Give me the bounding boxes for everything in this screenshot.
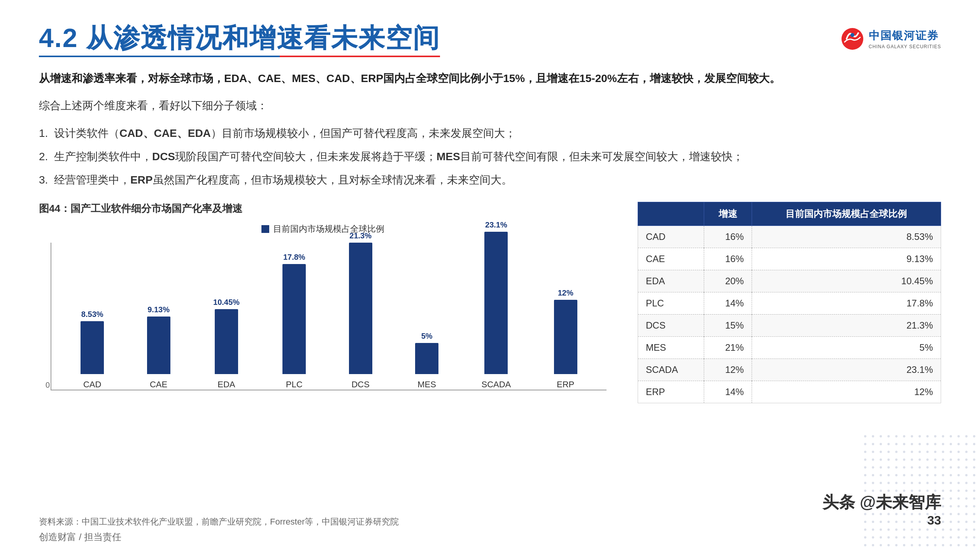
bar-xlabel-eda: EDA xyxy=(217,380,235,390)
bar-xlabel-mes: MES xyxy=(417,380,436,390)
bar-value-dcs: 21.3% xyxy=(349,231,372,240)
main-title: 4.2 从渗透情况和增速看未来空间 xyxy=(39,23,440,52)
table-cell-name: DCS xyxy=(638,314,704,336)
bar-erp xyxy=(554,300,577,374)
bar-group-cad: 8.53% CAD xyxy=(81,310,104,390)
bar-xlabel-erp: ERP xyxy=(557,380,574,390)
table-cell-share: 9.13% xyxy=(752,248,941,270)
table-cell-growth: 16% xyxy=(704,226,752,248)
list-item-1: 1. 设计类软件（CAD、CAE、EDA）目前市场规模较小，但国产可替代程度高，… xyxy=(39,124,941,143)
table-cell-share: 8.53% xyxy=(752,226,941,248)
bar-plc xyxy=(282,264,306,374)
content-area: 图44：国产工业软件细分市场国产化率及增速 目前国内市场规模占全球比例 0 8.… xyxy=(39,202,941,403)
bar-group-plc: 17.8% PLC xyxy=(282,253,306,390)
table-row: MES 21% 5% xyxy=(638,336,941,359)
table-row: CAD 16% 8.53% xyxy=(638,226,941,248)
bar-value-mes: 5% xyxy=(421,332,433,341)
bar-group-eda: 10.45% EDA xyxy=(213,298,240,390)
svg-point-0 xyxy=(842,28,863,50)
bar-value-eda: 10.45% xyxy=(213,298,240,307)
bar-group-scada: 23.1% SCADA xyxy=(481,220,511,390)
list-item-3: 3. 经营管理类中，ERP虽然国产化程度高，但市场规模较大，且对标全球情况来看，… xyxy=(39,170,941,190)
bar-xlabel-dcs: DCS xyxy=(351,380,369,390)
table-cell-name: EDA xyxy=(638,270,704,292)
bar-dcs xyxy=(349,243,372,374)
chart-container: 0 8.53% CAD 9.13% CAE 1 xyxy=(39,243,607,390)
bar-value-scada: 23.1% xyxy=(485,220,507,229)
bar-value-plc: 17.8% xyxy=(283,253,305,262)
legend-box xyxy=(261,225,269,233)
bar-value-cae: 9.13% xyxy=(147,305,170,314)
table-cell-share: 12% xyxy=(752,381,941,403)
title-underline xyxy=(39,56,440,57)
table-header-row: 增速 目前国内市场规模占全球比例 xyxy=(638,202,941,226)
table-cell-growth: 20% xyxy=(704,270,752,292)
bar-xlabel-cad: CAD xyxy=(83,380,101,390)
svg-point-1 xyxy=(850,33,854,37)
table-cell-growth: 16% xyxy=(704,248,752,270)
bar-xlabel-plc: PLC xyxy=(286,380,303,390)
footer-tagline: 创造财富 / 担当责任 xyxy=(39,531,121,543)
bar-eda xyxy=(215,309,238,374)
title-block: 4.2 从渗透情况和增速看未来空间 xyxy=(39,23,440,57)
table-cell-name: CAD xyxy=(638,226,704,248)
table-cell-name: ERP xyxy=(638,381,704,403)
bar-cad xyxy=(81,321,104,374)
table-row: SCADA 12% 23.1% xyxy=(638,359,941,381)
table-row: ERP 14% 12% xyxy=(638,381,941,403)
list-item-2: 2. 生产控制类软件中，DCS现阶段国产可替代空间较大，但未来发展将趋于平缓；M… xyxy=(39,147,941,166)
bar-value-cad: 8.53% xyxy=(81,310,103,319)
logo-en-text: CHINA GALAXY SECURITIES xyxy=(869,44,941,49)
table-header-col1 xyxy=(638,202,704,226)
table-cell-share: 21.3% xyxy=(752,314,941,336)
bar-cae xyxy=(147,317,170,374)
company-logo-icon xyxy=(841,27,864,51)
table-cell-growth: 14% xyxy=(704,381,752,403)
bar-group-erp: 12% ERP xyxy=(554,289,577,390)
bar-mes xyxy=(415,343,438,374)
header-section: 4.2 从渗透情况和增速看未来空间 中国银河证券 CHINA GALAXY SE… xyxy=(39,23,941,57)
table-cell-name: PLC xyxy=(638,292,704,314)
table-cell-share: 5% xyxy=(752,336,941,359)
section-intro: 综合上述两个维度来看，看好以下细分子领域： xyxy=(39,96,941,115)
svg-rect-3 xyxy=(863,434,980,551)
table-body: CAD 16% 8.53% CAE 16% 9.13% EDA 20% 10.4… xyxy=(638,226,941,403)
table-cell-share: 17.8% xyxy=(752,292,941,314)
table-cell-name: MES xyxy=(638,336,704,359)
table-row: PLC 14% 17.8% xyxy=(638,292,941,314)
y-axis-zero: 0 xyxy=(46,381,50,390)
bar-group-mes: 5% MES xyxy=(415,332,438,390)
bar-xlabel-scada: SCADA xyxy=(481,380,511,390)
source-text: 资料来源：中国工业技术软件化产业联盟，前瞻产业研究院，Forrester等，中国… xyxy=(39,516,399,528)
logo-wrapper: 中国银河证券 CHINA GALAXY SECURITIES xyxy=(841,27,941,51)
list-section: 1. 设计类软件（CAD、CAE、EDA）目前市场规模较小，但国产可替代程度高，… xyxy=(39,124,941,190)
table-header-col2: 增速 xyxy=(704,202,752,226)
table-header-col3: 目前国内市场规模占全球比例 xyxy=(752,202,941,226)
footer-section: 资料来源：中国工业技术软件化产业联盟，前瞻产业研究院，Forrester等，中国… xyxy=(39,492,941,528)
table-cell-share: 23.1% xyxy=(752,359,941,381)
logo-text-block: 中国银河证券 CHINA GALAXY SECURITIES xyxy=(869,28,941,49)
table-row: CAE 16% 9.13% xyxy=(638,248,941,270)
table-section: 增速 目前国内市场规模占全球比例 CAD 16% 8.53% CAE 16% 9… xyxy=(638,202,941,403)
bar-group-cae: 9.13% CAE xyxy=(147,305,170,390)
data-table: 增速 目前国内市场规模占全球比例 CAD 16% 8.53% CAE 16% 9… xyxy=(638,202,941,403)
bar-scada xyxy=(484,232,508,374)
bar-group-dcs: 21.3% DCS xyxy=(349,231,372,390)
table-cell-growth: 21% xyxy=(704,336,752,359)
table-cell-growth: 14% xyxy=(704,292,752,314)
logo-area: 中国银河证券 CHINA GALAXY SECURITIES xyxy=(841,27,941,51)
table-cell-share: 10.45% xyxy=(752,270,941,292)
page-container: 4.2 从渗透情况和增速看未来空间 中国银河证券 CHINA GALAXY SE… xyxy=(0,0,980,551)
bar-xlabel-cae: CAE xyxy=(150,380,167,390)
legend-area: 目前国内市场规模占全球比例 xyxy=(39,223,607,235)
bar-value-erp: 12% xyxy=(558,289,573,297)
table-row: DCS 15% 21.3% xyxy=(638,314,941,336)
table-cell-name: SCADA xyxy=(638,359,704,381)
chart-title: 图44：国产工业软件细分市场国产化率及增速 xyxy=(39,202,607,215)
table-row: EDA 20% 10.45% xyxy=(638,270,941,292)
table-cell-growth: 12% xyxy=(704,359,752,381)
table-cell-growth: 15% xyxy=(704,314,752,336)
highlight-body-text: 从增速和渗透率来看，对标全球市场，EDA、CAE、MES、CAD、ERP国内占全… xyxy=(39,69,941,88)
logo-cn-text: 中国银河证券 xyxy=(869,28,941,43)
bar-chart: 0 8.53% CAD 9.13% CAE 1 xyxy=(51,243,607,390)
